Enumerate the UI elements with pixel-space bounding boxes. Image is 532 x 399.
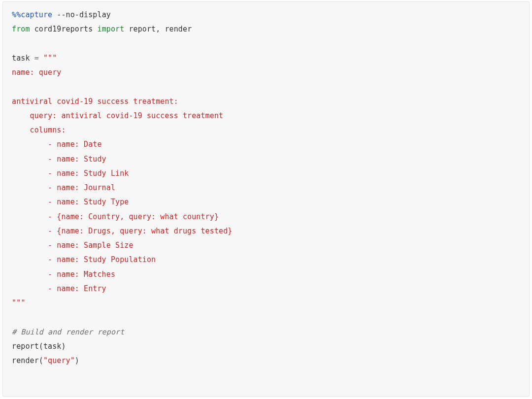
fn-report: report	[12, 342, 39, 351]
module-name: cord19reports	[30, 25, 98, 33]
paren-close: )	[75, 356, 79, 365]
paren-open: (	[39, 356, 43, 365]
string-close: """	[12, 299, 25, 307]
render-arg: "query"	[43, 356, 75, 365]
code-block[interactable]: %%capture --no-display from cord19report…	[3, 2, 529, 374]
import-names: report, render	[124, 25, 192, 33]
yaml-string-body: name: query antiviral covid-19 success t…	[12, 68, 232, 293]
magic-args: --no-display	[52, 10, 111, 19]
keyword-from: from	[12, 25, 30, 33]
string-open: """	[43, 54, 57, 63]
keyword-import: import	[98, 25, 125, 33]
comment-line: # Build and render report	[12, 328, 124, 336]
var-task: task	[12, 54, 34, 63]
code-cell: %%capture --no-display from cord19report…	[2, 1, 530, 397]
fn-render: render	[12, 356, 39, 365]
jupyter-magic: %%capture	[12, 10, 52, 19]
report-args: (task)	[39, 342, 66, 351]
op-eq: =	[34, 54, 43, 63]
